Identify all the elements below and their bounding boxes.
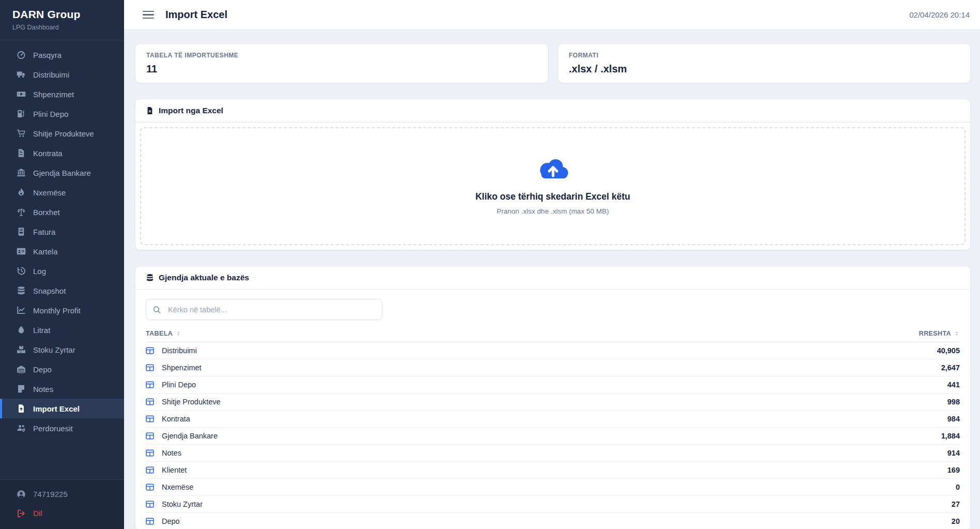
truck-icon [16, 70, 26, 79]
sidebar-item-label: Shitje Produkteve [33, 129, 94, 138]
table-row: Distribuimi 40,905 [146, 342, 960, 359]
db-panel-title: Gjendja aktuale e bazës [159, 273, 249, 282]
sidebar-item-snapshot[interactable]: Snapshot [0, 281, 124, 300]
sidebar-item-pasqyra[interactable]: Pasqyra [0, 45, 124, 65]
sidebar-item-label: Notes [33, 385, 53, 394]
sidebar-footer: 74719225 Dil [0, 479, 124, 529]
sidebar-item-log[interactable]: Log [0, 261, 124, 281]
sidebar-nav: Pasqyra Distribuimi Shpenzimet Plini Dep… [0, 40, 124, 479]
file-excel-icon [146, 107, 154, 115]
scale-icon [16, 207, 26, 217]
row-count: 914 [947, 449, 960, 457]
file-import-icon [16, 404, 26, 413]
db-state-panel: Gjendja aktuale e bazës TABELA RRESHTA [135, 266, 971, 529]
table-name: Stoku Zyrtar [162, 500, 203, 508]
sidebar-item-shpenzimet[interactable]: Shpenzimet [0, 84, 124, 104]
column-label: TABELA [146, 330, 173, 337]
sidebar-item-label: Fatura [33, 228, 55, 236]
row-count: 40,905 [937, 346, 960, 355]
sidebar-item-label: Pasqyra [33, 51, 62, 59]
user-id-item[interactable]: 74719225 [0, 485, 124, 504]
stat-card-importable-tables: TABELA TË IMPORTUESHME 11 [135, 43, 548, 83]
sidebar-item-import-excel[interactable]: Import Excel [0, 399, 124, 418]
logout-button[interactable]: Dil [0, 504, 124, 523]
row-count: 984 [947, 415, 960, 423]
sidebar: DARN Group LPG Dashboard Pasqyra Distrib… [0, 0, 124, 529]
stat-value: .xlsx / .xlsm [569, 63, 960, 75]
table-row: Depo 20 [146, 513, 960, 529]
gauge-icon [16, 50, 26, 59]
table-icon [146, 483, 154, 491]
table-name: Notes [162, 449, 181, 457]
brand-subtitle: LPG Dashboard [12, 24, 112, 31]
db-panel-body: TABELA RRESHTA Distribuimi 40,905 Sh [135, 290, 970, 529]
table-name: Distribuimi [162, 346, 197, 355]
file-invoice-icon [16, 227, 26, 236]
table-name: Nxemëse [162, 483, 193, 491]
column-label: RRESHTA [919, 330, 951, 337]
column-header-tabela[interactable]: TABELA [146, 330, 181, 337]
note-icon [16, 384, 26, 394]
tables-table: TABELA RRESHTA Distribuimi 40,905 Sh [146, 330, 960, 529]
dropzone-wrap: Kliko ose tërhiq skedarin Excel këtu Pra… [135, 123, 970, 250]
database-icon [146, 274, 154, 282]
sidebar-item-litrat[interactable]: Litrat [0, 320, 124, 340]
sidebar-item-plini-depo[interactable]: Plini Depo [0, 104, 124, 124]
boxes-icon [16, 345, 26, 354]
row-count: 441 [947, 381, 960, 389]
sidebar-item-borxhet[interactable]: Borxhet [0, 202, 124, 222]
cloud-upload-icon [536, 157, 570, 184]
search-box [146, 299, 382, 320]
table-icon [146, 398, 154, 406]
row-count: 27 [952, 500, 960, 508]
table-row: Kontrata 984 [146, 411, 960, 428]
row-count: 0 [956, 483, 960, 491]
logout-icon [16, 509, 26, 518]
menu-toggle-button[interactable] [142, 9, 155, 21]
sidebar-item-label: Import Excel [33, 404, 80, 413]
warehouse-icon [16, 365, 26, 374]
dropzone-hint: Pranon .xlsx dhe .xlsm (max 50 MB) [497, 207, 609, 215]
id-card-icon [16, 247, 26, 256]
sidebar-item-notes[interactable]: Notes [0, 379, 124, 399]
sidebar-item-kartela[interactable]: Kartela [0, 241, 124, 261]
database-icon [16, 286, 26, 295]
sidebar-item-perdoruesit[interactable]: Perdoruesit [0, 418, 124, 438]
sidebar-item-label: Kartela [33, 247, 58, 256]
table-row: Shpenzimet 2,647 [146, 359, 960, 376]
sidebar-item-depo[interactable]: Depo [0, 359, 124, 379]
sidebar-item-shitje-produkteve[interactable]: Shitje Produkteve [0, 124, 124, 143]
row-count: 1,884 [941, 432, 960, 440]
sidebar-item-stoku-zyrtar[interactable]: Stoku Zyrtar [0, 340, 124, 359]
table-icon [146, 466, 154, 474]
search-input[interactable] [146, 299, 382, 320]
table-name: Depo [162, 517, 180, 525]
bank-icon [16, 168, 26, 177]
table-row: Klientet 169 [146, 462, 960, 479]
sort-icon [954, 330, 960, 337]
sidebar-item-gjendja-bankare[interactable]: Gjendja Bankare [0, 163, 124, 183]
column-header-rreshta[interactable]: RRESHTA [919, 330, 960, 337]
sidebar-item-nxemese[interactable]: Nxemëse [0, 183, 124, 202]
sidebar-item-label: Kontrata [33, 149, 63, 158]
table-row: Shitje Produkteve 998 [146, 394, 960, 411]
sidebar-item-distribuimi[interactable]: Distribuimi [0, 65, 124, 84]
droplet-icon [16, 325, 26, 335]
row-count: 2,647 [941, 364, 960, 372]
row-count: 20 [952, 517, 960, 525]
sidebar-item-kontrata[interactable]: Kontrata [0, 143, 124, 163]
table-name: Klientet [162, 466, 187, 474]
sidebar-item-fatura[interactable]: Fatura [0, 222, 124, 241]
row-count: 998 [947, 398, 960, 406]
table-icon [146, 432, 154, 440]
import-panel: Import nga Excel Kliko ose tërhiq skedar… [135, 99, 971, 250]
sidebar-item-label: Litrat [33, 326, 50, 335]
stat-value: 11 [146, 63, 537, 75]
table-row: Nxemëse 0 [146, 479, 960, 496]
topbar: Import Excel 02/04/2026 20:14 [124, 0, 980, 30]
file-dropzone[interactable]: Kliko ose tërhiq skedarin Excel këtu Pra… [140, 127, 966, 245]
flame-icon [16, 188, 26, 197]
users-gear-icon [16, 424, 26, 433]
brand-title: DARN Group [12, 8, 112, 21]
sidebar-item-monthly-profit[interactable]: Monthly Profit [0, 300, 124, 320]
